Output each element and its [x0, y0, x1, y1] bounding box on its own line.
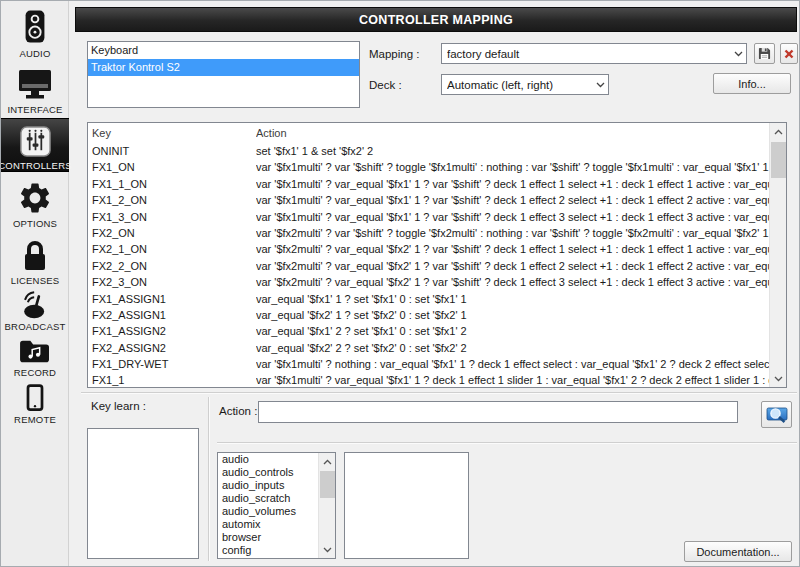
table-row[interactable]: FX2_ONvar '$fx2multi' ? var '$shift' ? t… — [88, 225, 769, 241]
table-row[interactable]: FX1_DRY-WETvar '$fx1multi' ? nothing : v… — [88, 356, 769, 372]
device-row-traktor[interactable]: Traktor Kontrol S2 — [88, 59, 359, 76]
row-action: var '$fx1multi' ? var_equal '$fx1' 1 ? v… — [256, 209, 769, 225]
row-action: var_equal '$fx2' 2 ? set '$fx2' 0 : set … — [256, 340, 769, 356]
row-action: var '$fx1multi' ? var '$shift' ? toggle … — [256, 159, 769, 175]
action-search-button[interactable] — [761, 401, 792, 428]
table-row[interactable]: FX1_1var '$fx1multi' ? var_equal '$fx1' … — [88, 372, 769, 387]
table-row[interactable]: FX2_3_ONvar '$fx2multi' ? var_equal '$fx… — [88, 274, 769, 290]
broadcast-icon — [16, 289, 54, 319]
separator — [81, 392, 797, 394]
key-learn-box[interactable] — [87, 428, 199, 559]
deck-select[interactable]: Automatic (left, right) — [441, 74, 609, 95]
page-title: CONTROLLER MAPPING — [359, 13, 513, 27]
table-row[interactable]: FX2_ASSIGN1var_equal '$fx2' 1 ? set '$fx… — [88, 307, 769, 323]
sidebar-item-licenses[interactable]: LICENSES — [1, 234, 69, 286]
sidebar-item-options[interactable]: OPTIONS — [1, 177, 69, 229]
row-key: FX1_1_ON — [88, 176, 256, 192]
list-item[interactable]: audio_controls — [218, 466, 318, 479]
list-item[interactable]: audio — [218, 453, 318, 466]
row-key: FX1_DRY-WET — [88, 356, 256, 372]
mapping-label: Mapping : — [369, 48, 420, 60]
action-label: Action : — [219, 405, 257, 417]
scroll-up-icon[interactable] — [770, 123, 787, 140]
table-row[interactable]: ONINITset '$fx1' 1 & set '$fx2' 2 — [88, 143, 769, 159]
separator — [208, 397, 210, 561]
sidebar-item-audio[interactable]: AUDIO — [1, 7, 69, 59]
actions-list-scrollbar[interactable] — [318, 453, 335, 558]
sidebar-item-broadcast[interactable]: BROADCAST — [1, 289, 69, 332]
delete-mapping-button[interactable] — [780, 43, 798, 64]
table-scrollbar[interactable] — [769, 123, 786, 387]
scroll-down-icon[interactable] — [319, 541, 336, 558]
table-row[interactable]: FX2_ASSIGN2var_equal '$fx2' 2 ? set '$fx… — [88, 340, 769, 356]
separator — [217, 442, 797, 444]
scroll-up-icon[interactable] — [319, 453, 336, 470]
row-action: var_equal '$fx1' 1 ? set '$fx1' 0 : set … — [256, 291, 769, 307]
sidebar-item-label: REMOTE — [14, 414, 56, 425]
search-icon — [766, 406, 788, 423]
deck-value: Automatic (left, right) — [447, 79, 592, 91]
info-button[interactable]: Info... — [713, 73, 791, 94]
row-action: var '$fx2multi' ? var '$shift' ? toggle … — [256, 225, 769, 241]
delete-x-icon — [784, 49, 794, 59]
row-key: FX1_ASSIGN1 — [88, 291, 256, 307]
action-detail-list[interactable] — [344, 452, 469, 559]
table-row[interactable]: FX1_2_ONvar '$fx1multi' ? var_equal '$fx… — [88, 192, 769, 208]
row-key: FX2_ASSIGN1 — [88, 307, 256, 323]
documentation-button[interactable]: Documentation... — [684, 541, 792, 562]
row-key: FX1_3_ON — [88, 209, 256, 225]
scroll-down-icon[interactable] — [770, 370, 787, 387]
list-item[interactable]: automix — [218, 518, 318, 531]
row-action: var '$fx2multi' ? var_equal '$fx2' 1 ? v… — [256, 258, 769, 274]
row-key: FX2_ON — [88, 225, 256, 241]
row-action: var '$fx1multi' ? nothing : var_equal '$… — [256, 356, 769, 372]
sidebar-item-remote[interactable]: REMOTE — [1, 384, 69, 425]
sidebar-item-label: AUDIO — [19, 48, 50, 59]
list-item[interactable]: audio_volumes — [218, 505, 318, 518]
list-item[interactable]: audio_inputs — [218, 479, 318, 492]
table-row[interactable]: FX1_ASSIGN2var_equal '$fx1' 2 ? set '$fx… — [88, 323, 769, 339]
table-row[interactable]: FX2_2_ONvar '$fx2multi' ? var_equal '$fx… — [88, 258, 769, 274]
action-input[interactable] — [258, 401, 738, 423]
column-header-action: Action — [256, 123, 786, 143]
table-scrollbar-thumb[interactable] — [771, 142, 786, 178]
sidebar-item-label: INTERFACE — [7, 104, 62, 115]
list-item[interactable]: browser — [218, 531, 318, 544]
device-row-keyboard[interactable]: Keyboard — [88, 42, 359, 59]
row-key: FX2_3_ON — [88, 274, 256, 290]
mapping-select[interactable]: factory default — [441, 43, 747, 64]
key-learn-label: Key learn : — [91, 400, 146, 412]
save-mapping-button[interactable] — [754, 43, 775, 64]
table-row[interactable]: FX1_ASSIGN1var_equal '$fx1' 1 ? set '$fx… — [88, 291, 769, 307]
gear-icon — [17, 180, 53, 216]
table-row[interactable]: FX1_1_ONvar '$fx1multi' ? var_equal '$fx… — [88, 176, 769, 192]
controller-mapping-window: AUDIO INTERFACE — [0, 0, 800, 567]
row-action: var '$fx1multi' ? var_equal '$fx1' 1 ? v… — [256, 192, 769, 208]
row-action: var_equal '$fx1' 2 ? set '$fx1' 0 : set … — [256, 323, 769, 339]
row-key: ONINIT — [88, 143, 256, 159]
table-row[interactable]: FX1_3_ONvar '$fx1multi' ? var_equal '$fx… — [88, 209, 769, 225]
row-key: FX1_ASSIGN2 — [88, 323, 256, 339]
row-action: var '$fx1multi' ? var_equal '$fx1' 1 ? v… — [256, 176, 769, 192]
mapping-value: factory default — [447, 48, 730, 60]
settings-sidebar: AUDIO INTERFACE — [1, 1, 69, 566]
sidebar-item-interface[interactable]: INTERFACE — [1, 63, 69, 115]
table-row[interactable]: FX2_1_ONvar '$fx2multi' ? var_equal '$fx… — [88, 241, 769, 257]
list-item[interactable]: config — [218, 544, 318, 557]
row-action: var '$fx1multi' ? var_equal '$fx1' 1 ? d… — [256, 372, 769, 387]
list-item[interactable]: audio_scratch — [218, 492, 318, 505]
table-row[interactable]: FX1_ONvar '$fx1multi' ? var '$shift' ? t… — [88, 159, 769, 175]
mapping-table: Key Action ONINITset '$fx1' 1 & set '$fx… — [87, 122, 787, 388]
page-header: CONTROLLER MAPPING — [75, 7, 797, 32]
row-key: FX2_1_ON — [88, 241, 256, 257]
row-key: FX1_ON — [88, 159, 256, 175]
speaker-icon — [19, 9, 51, 46]
actions-list-scrollbar-thumb[interactable] — [320, 471, 335, 498]
action-categories-list: audio audio_controls audio_inputs audio_… — [217, 452, 336, 559]
sidebar-item-record[interactable]: RECORD — [1, 337, 69, 378]
row-action: var_equal '$fx2' 1 ? set '$fx2' 0 : set … — [256, 307, 769, 323]
table-header: Key Action — [88, 123, 786, 143]
sidebar-item-controllers[interactable]: CONTROLLERS — [1, 118, 69, 172]
sidebar-item-label: RECORD — [14, 367, 56, 378]
lock-icon — [19, 238, 51, 273]
